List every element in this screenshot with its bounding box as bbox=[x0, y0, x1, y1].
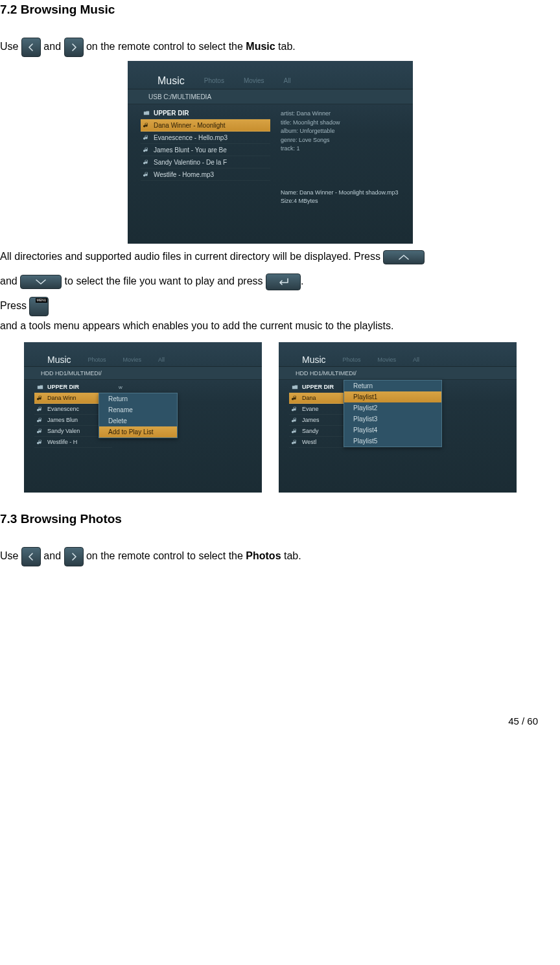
popup-return[interactable]: Return bbox=[99, 393, 177, 404]
popup-return[interactable]: Return bbox=[344, 380, 441, 391]
enter-icon bbox=[266, 273, 301, 290]
tab-all[interactable]: All bbox=[413, 356, 419, 367]
tab-movies[interactable]: Movies bbox=[378, 356, 397, 367]
file-item[interactable]: Evane bbox=[289, 404, 344, 415]
tab-music[interactable]: Music bbox=[47, 355, 71, 367]
tab-photos[interactable]: Photos bbox=[88, 356, 106, 367]
down-arrow-icon bbox=[20, 275, 62, 289]
info-panel: artist: Dana Winner title: Moonlight sha… bbox=[270, 104, 413, 242]
music-note-icon bbox=[143, 171, 150, 178]
file-item[interactable]: James Blunt - You are Be bbox=[141, 144, 270, 156]
tab-photos[interactable]: Photos bbox=[204, 77, 224, 89]
paragraph-use-lr-music: Use and on the remote control to select … bbox=[0, 36, 541, 57]
popup-playlist3[interactable]: Playlist3 bbox=[344, 413, 441, 424]
file-item[interactable]: Westl bbox=[289, 437, 344, 448]
upper-dir[interactable]: UPPER DIR bbox=[34, 382, 112, 393]
file-list: UPPER DIR Dana Winner - Moonlight Evanes… bbox=[128, 104, 270, 242]
screenshot-tools-menu: Music Photos Movies All HDD HD1/MULTIMED… bbox=[24, 342, 262, 493]
file-item[interactable]: James bbox=[289, 415, 344, 426]
tab-music[interactable]: Music bbox=[302, 355, 326, 367]
music-tab-word: Music bbox=[246, 41, 275, 52]
popup-playlist5[interactable]: Playlist5 bbox=[344, 436, 441, 447]
upper-dir[interactable]: UPPER DIR bbox=[289, 382, 344, 393]
meta-title: title: Moonlight shadow bbox=[281, 119, 405, 128]
tab-movies[interactable]: Movies bbox=[244, 77, 264, 89]
paragraph-select-file: and to select the file you want to play … bbox=[0, 271, 541, 292]
music-note-icon bbox=[143, 134, 150, 141]
meta-artist: artist: Dana Winner bbox=[281, 110, 405, 119]
screenshot-playlist-menu: Music Photos Movies All HDD HD1/MULTIMED… bbox=[279, 342, 517, 493]
meta-genre: genre: Love Songs bbox=[281, 136, 405, 145]
tab-photos[interactable]: Photos bbox=[343, 356, 361, 367]
tab-movies[interactable]: Movies bbox=[123, 356, 142, 367]
meta-filename: Name: Dana Winner - Moonlight shadow.mp3 bbox=[281, 189, 405, 198]
upper-dir[interactable]: UPPER DIR bbox=[141, 107, 270, 119]
path-bar: HDD HD1/MULTIMEDI/ bbox=[24, 367, 262, 380]
popup-rename[interactable]: Rename bbox=[99, 404, 177, 415]
tools-popup: Return Rename Delete Add to Play List bbox=[99, 393, 178, 438]
meta-album: album: Unforgettable bbox=[281, 127, 405, 136]
meta-size: Size:4 MBytes bbox=[281, 197, 405, 206]
meta-track: track: 1 bbox=[281, 145, 405, 154]
popup-playlist4[interactable]: Playlist4 bbox=[344, 424, 441, 436]
path-bar: USB C:/MULTIMEDIA bbox=[128, 89, 413, 104]
tab-all[interactable]: All bbox=[284, 77, 291, 89]
right-arrow-icon bbox=[64, 38, 84, 57]
menu-button-icon: MENU bbox=[29, 297, 49, 316]
tab-all[interactable]: All bbox=[158, 356, 165, 367]
screenshot-music-browser: Music Photos Movies All USB C:/MULTIMEDI… bbox=[128, 61, 413, 244]
paragraph-directories: All directories and supported audio file… bbox=[0, 246, 541, 267]
playlists-popup: Return Playlist1 Playlist2 Playlist3 Pla… bbox=[344, 380, 442, 447]
menu-label: MENU bbox=[36, 298, 48, 303]
popup-playlist2[interactable]: Playlist2 bbox=[344, 402, 441, 413]
up-arrow-icon bbox=[383, 250, 425, 264]
file-item-selected[interactable]: Dana bbox=[289, 393, 344, 404]
file-item[interactable]: Evanescence - Hello.mp3 bbox=[141, 132, 270, 144]
file-item-selected[interactable]: Dana Winner - Moonlight bbox=[141, 119, 270, 132]
file-item[interactable]: Westlife - Home.mp3 bbox=[141, 169, 270, 181]
popup-add-to-playlist[interactable]: Add to Play List bbox=[99, 426, 177, 437]
left-arrow-icon bbox=[21, 547, 41, 566]
path-bar: HDD HD1/MULTIMEDI/ bbox=[279, 367, 517, 380]
photos-tab-word: Photos bbox=[246, 550, 281, 561]
left-arrow-icon bbox=[21, 38, 41, 57]
folder-up-icon bbox=[143, 110, 150, 116]
file-item[interactable]: Sandy bbox=[289, 426, 344, 437]
tab-music[interactable]: Music bbox=[158, 75, 185, 89]
popup-playlist1[interactable]: Playlist1 bbox=[344, 391, 441, 402]
music-note-icon bbox=[143, 146, 150, 153]
right-arrow-icon bbox=[64, 547, 84, 566]
paragraph-use-lr-photos: Use and on the remote control to select … bbox=[0, 546, 541, 566]
paragraph-menu-tools: Press MENU bbox=[0, 296, 541, 316]
popup-delete[interactable]: Delete bbox=[99, 415, 177, 426]
file-item[interactable]: Westlife - H bbox=[34, 437, 112, 448]
file-item[interactable]: Sandy Valentino - De la F bbox=[141, 156, 270, 169]
tab-bar: Music Photos Movies All bbox=[128, 61, 413, 89]
music-note-icon bbox=[143, 122, 150, 128]
section-7-3-title: 7.3 Browsing Photos bbox=[0, 512, 541, 526]
section-7-2-title: 7.2 Browsing Music bbox=[0, 3, 541, 17]
music-note-icon bbox=[143, 159, 150, 165]
page-number: 45 / 60 bbox=[0, 715, 541, 727]
